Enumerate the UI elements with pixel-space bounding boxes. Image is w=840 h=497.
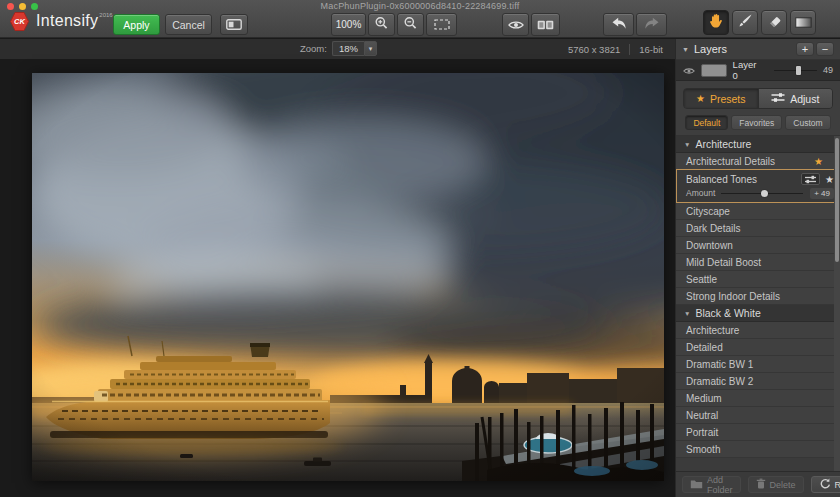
layer-thumbnail[interactable] (701, 64, 727, 77)
zoom-100-button[interactable]: 100% (331, 13, 366, 36)
layers-title: Layers (694, 43, 727, 55)
gradient-tool-button[interactable] (790, 10, 816, 35)
layer-visibility-icon[interactable] (683, 61, 695, 79)
preset-item[interactable]: Smooth (676, 441, 840, 458)
preset-item[interactable]: Detailed (676, 339, 840, 356)
scrollbar[interactable] (834, 136, 840, 471)
filter-favorites[interactable]: Favorites (731, 115, 782, 130)
zoom-button-group: 100% (331, 13, 457, 36)
panel-tabs: ★ Presets Adjust (683, 88, 833, 109)
app-window: MacPhunPlugin-0x6000006d8410-22284699.ti… (0, 0, 840, 497)
add-folder-button[interactable]: Add Folder (682, 476, 741, 493)
hand-tool-button[interactable] (703, 10, 729, 35)
compare-button[interactable] (531, 13, 560, 36)
preset-item[interactable]: Seattle (676, 271, 840, 288)
fit-to-screen-button[interactable] (426, 13, 457, 36)
preset-item[interactable]: Strong Indoor Details (676, 288, 840, 305)
toggle-panel-button[interactable] (220, 14, 248, 35)
zoom-level-select[interactable]: ▾ (364, 41, 377, 56)
cancel-button[interactable]: Cancel (165, 14, 212, 35)
tab-adjust[interactable]: Adjust (759, 89, 833, 108)
reset-button[interactable]: Reset (811, 476, 840, 493)
preset-item[interactable]: Medium (676, 390, 840, 407)
slider-thumb[interactable] (796, 66, 801, 75)
preset-label: Strong Indoor Details (686, 291, 780, 302)
edit-sliders-icon[interactable] (801, 173, 820, 185)
preset-label: Architectural Details (686, 156, 775, 167)
layers-header[interactable]: ▼ Layers + − (676, 39, 840, 60)
layer-name: Layer 0 (733, 59, 764, 81)
trash-icon (756, 478, 766, 491)
preset-item-selected[interactable]: Balanced Tones★Amount+ 49 (676, 169, 840, 203)
panel-footer: Add Folder Delete (676, 471, 840, 497)
eraser-tool-button[interactable] (761, 10, 787, 35)
layer-opacity-slider[interactable] (774, 65, 817, 75)
slider-thumb[interactable] (761, 190, 768, 197)
favorite-star-icon[interactable]: ★ (814, 156, 823, 167)
preset-item[interactable]: Neutral (676, 407, 840, 424)
collapse-triangle-icon: ▼ (682, 46, 689, 53)
preset-item[interactable]: Architecture (676, 322, 840, 339)
chevron-down-icon: ▾ (369, 45, 373, 53)
zoom-out-button[interactable] (397, 13, 424, 36)
preview-button[interactable] (502, 13, 529, 36)
preset-item[interactable]: Portrait (676, 424, 840, 441)
preset-item[interactable]: Cityscape (676, 203, 840, 220)
refresh-icon (819, 478, 831, 491)
amount-slider[interactable] (721, 189, 803, 198)
preset-label: Neutral (686, 410, 718, 421)
app-name: Intensify (36, 12, 98, 30)
preset-label: Medium (686, 393, 722, 404)
favorite-star-icon[interactable]: ★ (825, 174, 834, 185)
apply-button[interactable]: Apply (113, 14, 160, 35)
filter-default[interactable]: Default (685, 115, 728, 130)
star-icon: ★ (696, 93, 705, 104)
amount-value: + 49 (810, 188, 834, 199)
preset-label: Mild Detail Boost (686, 257, 761, 268)
zoom-level-value[interactable]: 18% (332, 41, 364, 56)
preset-item[interactable]: Dramatic BW 1 (676, 356, 840, 373)
hand-icon (709, 13, 723, 32)
preset-item[interactable]: Downtown (676, 237, 840, 254)
preset-label: Smooth (686, 444, 720, 455)
preset-label: Downtown (686, 240, 733, 251)
remove-layer-button[interactable]: − (816, 42, 834, 56)
preset-label: Detailed (686, 342, 723, 353)
add-layer-button[interactable]: + (796, 42, 814, 56)
collapse-triangle-icon: ▼ (684, 141, 690, 148)
preset-label: Portrait (686, 427, 718, 438)
fit-screen-icon (434, 16, 450, 34)
preset-filter-tabs: Default Favorites Custom (682, 115, 834, 130)
preset-label: Dark Details (686, 223, 740, 234)
zoom-in-icon (374, 16, 389, 34)
undo-button[interactable] (603, 13, 634, 36)
toolbar: MacPhunPlugin-0x6000006d8410-22284699.ti… (0, 0, 840, 38)
preset-label: Dramatic BW 1 (686, 359, 753, 370)
brush-icon (738, 13, 753, 32)
layer-row[interactable]: Layer 0 49 (676, 60, 840, 81)
redo-icon (644, 16, 660, 34)
delete-preset-button[interactable]: Delete (748, 476, 804, 493)
section-title: Architecture (695, 138, 751, 150)
zoom-level-control: Zoom: 18% ▾ (300, 41, 377, 56)
scrollbar-thumb[interactable] (835, 138, 839, 262)
undo-icon (611, 16, 627, 34)
tab-presets[interactable]: ★ Presets (684, 89, 759, 108)
preset-item[interactable]: Dramatic BW 2 (676, 373, 840, 390)
right-panel: ▼ Layers + − Layer 0 49 ★ (675, 39, 840, 497)
preset-section-header[interactable]: ▼Black & White (676, 305, 840, 322)
preset-item[interactable]: Dark Details (676, 220, 840, 237)
zoom-out-icon (403, 16, 418, 34)
preset-item[interactable]: Architectural Details★ (676, 153, 840, 170)
preset-item[interactable]: Mild Detail Boost (676, 254, 840, 271)
photo-canvas[interactable] (32, 73, 664, 481)
zoom-in-button[interactable] (368, 13, 395, 36)
preset-section-header[interactable]: ▼Architecture (676, 136, 840, 153)
redo-button[interactable] (636, 13, 667, 36)
split-compare-icon (537, 16, 554, 34)
brush-tool-button[interactable] (732, 10, 758, 35)
image-info: 5760 x 3821 16-bit (568, 44, 675, 55)
image-bit-depth: 16-bit (639, 44, 663, 55)
app-year: 2016 (99, 12, 112, 18)
filter-custom[interactable]: Custom (785, 115, 830, 130)
